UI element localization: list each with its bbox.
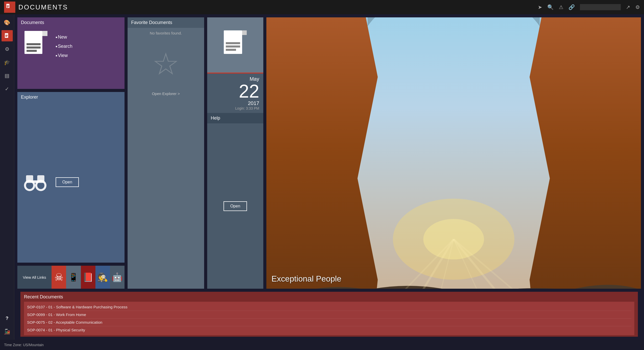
no-favorites-text: No favorites found.	[128, 28, 204, 38]
date-day: 22	[211, 82, 259, 100]
timezone-text: Time Zone: US/Mountain	[4, 343, 44, 347]
sidebar: 🎨 ⚙ 🎓 ▤ ✓ ? 🚂	[0, 14, 14, 340]
phone-link-tile[interactable]: 📱	[66, 266, 81, 289]
svg-rect-3	[7, 7, 8, 7]
star-icon: ☆	[128, 49, 204, 79]
app-logo	[4, 2, 15, 13]
explorer-tile: Explorer	[17, 92, 125, 263]
footer: Time Zone: US/Mountain	[0, 340, 644, 350]
right-info-column: May 22 2017 Login: 3:33 PM Help Open	[207, 17, 263, 289]
reddoc-link-tile[interactable]: 📕	[81, 266, 95, 289]
sidebar-item-palette[interactable]: 🎨	[2, 17, 13, 28]
user-link-tile[interactable]: 🕵	[95, 266, 110, 289]
doc-thumb-icon	[222, 30, 248, 60]
date-login: Login: 3:33 PM	[211, 106, 259, 110]
app-title: DOCUMENTS	[18, 3, 535, 11]
link-icon[interactable]: 🔗	[568, 4, 575, 10]
recent-docs-header: Recent Documents	[24, 294, 634, 300]
background-image-area: Exceptional People	[266, 17, 641, 289]
export-icon[interactable]: ↗	[626, 4, 630, 10]
recent-docs-container: Recent Documents SOP-0107 - 01 - Softwar…	[20, 292, 638, 337]
recent-doc-item-3[interactable]: SOP-0074 - 01 - Physical Security	[27, 326, 631, 334]
red-doc-icon: 📕	[83, 272, 93, 282]
tagline-text: Exceptional People	[266, 269, 641, 289]
robot-link-tile[interactable]: 🤖	[110, 266, 125, 289]
svg-point-15	[26, 182, 33, 189]
svg-rect-12	[27, 46, 41, 49]
help-tile-header: Help	[207, 113, 263, 123]
svg-rect-10	[42, 31, 47, 36]
favorite-docs-tile: Favorite Documents No favorites found. ☆…	[128, 17, 204, 289]
svg-rect-19	[26, 175, 33, 183]
help-open-button[interactable]: Open	[224, 201, 247, 211]
svg-rect-5	[5, 35, 8, 35]
search-icon[interactable]: 🔍	[547, 4, 554, 10]
svg-point-17	[37, 182, 44, 189]
doc-link-new[interactable]: New	[56, 32, 72, 42]
help-tile-content: Open	[207, 123, 263, 289]
svg-rect-6	[5, 36, 8, 36]
favorite-docs-header: Favorite Documents	[128, 17, 204, 28]
binoculars-icon	[22, 169, 48, 195]
svg-rect-26	[226, 49, 236, 51]
svg-rect-20	[37, 175, 44, 183]
doc-link-view[interactable]: View	[56, 51, 72, 60]
view-all-links-label: View All Links	[23, 275, 46, 279]
skull-icon: ☠	[54, 271, 64, 283]
topbar-search-input[interactable]	[580, 4, 621, 10]
explorer-tile-header: Explorer	[17, 92, 125, 102]
sidebar-item-stack[interactable]: ▤	[2, 70, 13, 81]
svg-rect-13	[27, 50, 37, 52]
date-year: 2017	[211, 100, 259, 106]
sidebar-item-train[interactable]: 🚂	[2, 326, 13, 337]
alert-icon[interactable]: ⚠	[559, 4, 563, 10]
documents-tile: Documents	[17, 17, 125, 89]
main-wrapper: 🎨 ⚙ 🎓 ▤ ✓ ? 🚂 Documents	[0, 14, 644, 340]
phone-icon: 📱	[68, 272, 79, 282]
documents-tile-header: Documents	[17, 17, 125, 28]
skull-link-tile[interactable]: ☠	[52, 266, 66, 289]
recent-doc-item-1[interactable]: SOP-0099 - 01 - Work From Home	[27, 311, 631, 319]
links-row: View All Links ☠ 📱 📕 🕵 🤖	[17, 266, 125, 289]
topbar-actions: ➤ 🔍 ⚠ 🔗 ↗ ⚙	[538, 4, 640, 10]
middle-column: Favorite Documents No favorites found. ☆…	[128, 17, 204, 289]
svg-rect-11	[27, 43, 41, 45]
explorer-open-button[interactable]: Open	[56, 177, 79, 187]
svg-rect-24	[226, 42, 240, 44]
canyon-background-svg	[266, 17, 641, 289]
sidebar-item-graduation[interactable]: 🎓	[2, 57, 13, 68]
gear-icon[interactable]: ⚙	[635, 4, 640, 10]
documents-links: New Search View	[56, 32, 72, 60]
user-search-icon: 🕵	[97, 272, 108, 282]
svg-rect-23	[242, 30, 247, 35]
recent-documents-section: Recent Documents SOP-0107 - 01 - Softwar…	[17, 292, 641, 337]
svg-rect-1	[7, 5, 9, 6]
date-tile: May 22 2017 Login: 3:33 PM	[207, 74, 263, 113]
sidebar-item-settings[interactable]: ⚙	[2, 43, 13, 55]
document-large-icon	[22, 30, 48, 62]
left-column: Documents	[17, 17, 125, 289]
open-explorer-link[interactable]: Open Explorer >	[128, 89, 204, 98]
recent-doc-item-0[interactable]: SOP-0107 - 01 - Software & Hardware Purc…	[27, 303, 631, 311]
view-all-links-tile[interactable]: View All Links	[17, 266, 52, 289]
doc-thumbnail-tile	[207, 17, 263, 74]
nav-icon[interactable]: ➤	[538, 4, 542, 10]
recent-docs-list: SOP-0107 - 01 - Software & Hardware Purc…	[24, 302, 634, 335]
svg-rect-2	[7, 6, 9, 7]
sidebar-item-checklist[interactable]: ✓	[2, 83, 13, 95]
topbar: DOCUMENTS ➤ 🔍 ⚠ 🔗 ↗ ⚙	[0, 0, 644, 14]
svg-rect-7	[5, 36, 7, 37]
robot-icon: 🤖	[112, 272, 122, 282]
recent-doc-item-2[interactable]: SOP-0075 - 02 - Acceptable Communication	[27, 319, 631, 326]
doc-link-search[interactable]: Search	[56, 42, 72, 51]
sidebar-item-documents[interactable]	[2, 30, 13, 41]
svg-rect-25	[226, 45, 240, 48]
help-tile: Help Open	[207, 113, 263, 289]
sidebar-item-help[interactable]: ?	[2, 313, 13, 324]
